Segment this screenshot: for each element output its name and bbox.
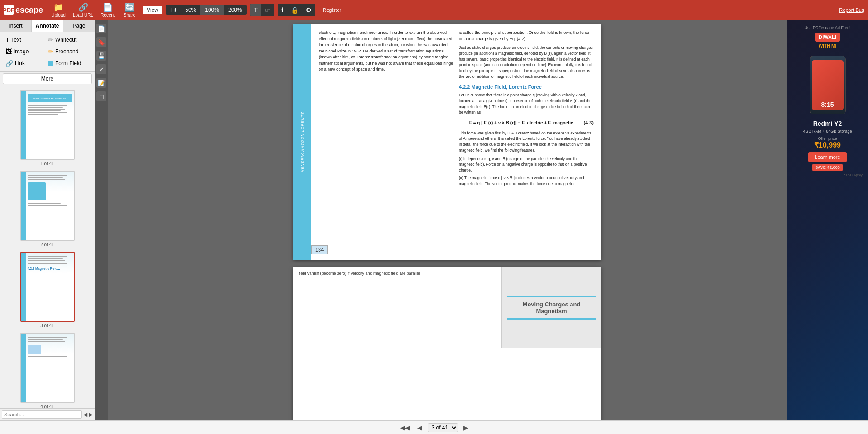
moving-charges-title: Moving Charges and Magnetism (507, 301, 596, 315)
recent-button[interactable]: 📄 Recent (98, 1, 118, 19)
thumb-line (28, 205, 67, 206)
left-column: electricity, magnetism, and mechanics. I… (319, 30, 453, 186)
page-number-badge: 134 (311, 245, 328, 254)
tab-insert[interactable]: Insert (0, 20, 32, 32)
page-select-dropdown[interactable]: 3 of 41 (428, 423, 458, 432)
thumb-4-lines (28, 337, 72, 357)
nav-first-button[interactable]: ◀◀ (398, 424, 412, 431)
search-input[interactable] (2, 410, 82, 419)
nav-prev-button[interactable]: ◀ (415, 424, 424, 431)
thumb-line (28, 203, 61, 204)
image-icon: 🖼 (5, 48, 12, 55)
thumb-3-img: 4.2.2 Magnetic Field... (20, 252, 75, 322)
share-button[interactable]: 🔄 Share (119, 1, 139, 19)
upload-button[interactable]: 📁 Upload (48, 1, 68, 19)
section-422-heading: 4.2.2 Magnetic Field, Lorentz Force (459, 83, 594, 91)
ad-offer-label: Offer price (818, 136, 837, 141)
bullet-i: (i) It depends on q, v and B (charge of … (459, 156, 594, 173)
register-button[interactable]: Register (323, 7, 341, 13)
share-icon: 🔄 (124, 2, 134, 12)
thumb-4-img (20, 333, 75, 403)
thumb-line (28, 339, 63, 340)
thumb-2-lines (28, 175, 72, 206)
load-url-icon: 🔗 (78, 2, 88, 12)
thumb-3-blue-bar (21, 253, 26, 321)
thumb-line (28, 256, 67, 257)
annotation-tools: T Text ✏ Whiteout 🖼 Image ✏ Freehand 🔗 L… (0, 32, 95, 72)
main-layout: Insert Annotate Page T Text ✏ Whiteout 🖼… (0, 20, 868, 420)
thumb-1-img: MOVING CHARGES AND MAGNETISM (20, 90, 75, 160)
link-icon: 🔗 (5, 60, 13, 67)
load-url-button[interactable]: 🔗 Load URL (70, 1, 96, 19)
ad-use-free-text: Use PDFescape Ad Free! (804, 25, 850, 30)
thumb-line (28, 114, 59, 115)
thumb-2-box (28, 182, 46, 200)
thumb-2[interactable]: 2 of 41 (4, 171, 91, 247)
sidebar-tabs: Insert Annotate Page (0, 20, 95, 32)
ad-with-mi-text: WITH MI (819, 43, 836, 48)
settings-button[interactable]: ⚙ (302, 4, 315, 16)
more-button[interactable]: More (3, 73, 92, 84)
freehand-tool[interactable]: ✏ Freehand (45, 47, 86, 57)
hand-tool-button[interactable]: ☞ (261, 4, 274, 16)
whiteout-tool[interactable]: ✏ Whiteout (45, 35, 86, 45)
thumb-1-header: MOVING CHARGES AND MAGNETISM (28, 94, 72, 102)
report-bug-button[interactable]: Report Bug (839, 7, 864, 13)
tab-page[interactable]: Page (63, 20, 95, 32)
thumb-line (28, 356, 67, 357)
thumb-line (28, 258, 63, 259)
recent-icon: 📄 (103, 2, 113, 12)
page-bottom-content: field vanish (become zero) if velocity a… (293, 267, 601, 348)
panel-icon-2[interactable]: 🔖 (96, 37, 106, 47)
thumb-line (28, 177, 63, 178)
freehand-icon: ✏ (48, 48, 53, 55)
thumb-line (28, 179, 65, 180)
thumb-2-blue-bar (21, 172, 26, 240)
form-field-tool[interactable]: Form Field (45, 58, 86, 68)
thumb-4[interactable]: 4 of 41 (4, 333, 91, 408)
bottom-left-text: field vanish (become zero) if velocity a… (293, 267, 501, 348)
view-button[interactable]: View (143, 6, 162, 14)
page-thumbnails: MOVING CHARGES AND MAGNETISM 1 of 41 (0, 86, 95, 408)
blue-bar-bottom (507, 318, 596, 320)
zoom-100-button[interactable]: 100% (200, 5, 224, 15)
ad-product-name: Redmi Y2 (813, 120, 842, 127)
zoom-fit-button[interactable]: Fit (166, 5, 181, 15)
right-column: is called the principle of superposition… (459, 30, 594, 186)
lock-button[interactable]: 🔒 (287, 4, 302, 16)
ad-tc-text: *T&C Apply (792, 173, 863, 177)
panel-icon-5[interactable]: 📝 (96, 78, 106, 88)
paragraph3: This force was given first by H.A. Loren… (459, 130, 594, 153)
bottom-right-panel: Moving Charges and Magnetism (501, 267, 601, 348)
text-tool[interactable]: T Text (3, 35, 43, 45)
tab-annotate[interactable]: Annotate (32, 20, 63, 32)
content-area[interactable]: HENDRIK ANTOON LORENTZ electricity, magn… (108, 20, 787, 420)
sidebar: Insert Annotate Page T Text ✏ Whiteout 🖼… (0, 20, 95, 420)
thumb-3-heading: 4.2.2 Magnetic Field... (28, 267, 72, 270)
link-tool[interactable]: 🔗 Link (3, 58, 43, 68)
thumb-3[interactable]: 4.2.2 Magnetic Field... 3 of 41 (4, 252, 91, 328)
image-tool[interactable]: 🖼 Image (3, 47, 43, 57)
thumb-line (28, 112, 67, 113)
panel-icon-6[interactable]: ◻ (96, 91, 106, 101)
panel-icon-4[interactable]: ✔ (96, 64, 106, 74)
ad-sidebar: Use PDFescape Ad Free! DIWALI WITH MI 8:… (787, 20, 868, 420)
ad-diwali-badge: DIWALI (815, 33, 840, 42)
search-prev-button[interactable]: ◀ (83, 411, 87, 418)
zoom-200-button[interactable]: 200% (224, 5, 247, 15)
panel-icon-3[interactable]: 💾 (96, 51, 106, 61)
thumb-4-img-placeholder (28, 345, 41, 354)
cursor-tool-button[interactable]: T (250, 4, 262, 16)
paragraph1: is called the principle of superposition… (459, 30, 594, 42)
thumb-line (28, 341, 65, 342)
panel-icon-1[interactable]: 📄 (96, 24, 106, 33)
blue-bar-top (507, 296, 596, 297)
ad-learn-more-button[interactable]: Learn more (808, 152, 846, 162)
zoom-50-button[interactable]: 50% (181, 5, 200, 15)
thumb-1[interactable]: MOVING CHARGES AND MAGNETISM 1 of 41 (4, 90, 91, 166)
page-blue-sidebar: HENDRIK ANTOON LORENTZ (293, 24, 311, 260)
search-next-button[interactable]: ▶ (89, 411, 93, 418)
info-button[interactable]: ℹ (278, 4, 287, 16)
ad-banner: Use PDFescape Ad Free! DIWALI WITH MI 8:… (787, 20, 868, 420)
nav-next-button[interactable]: ▶ (462, 424, 470, 431)
